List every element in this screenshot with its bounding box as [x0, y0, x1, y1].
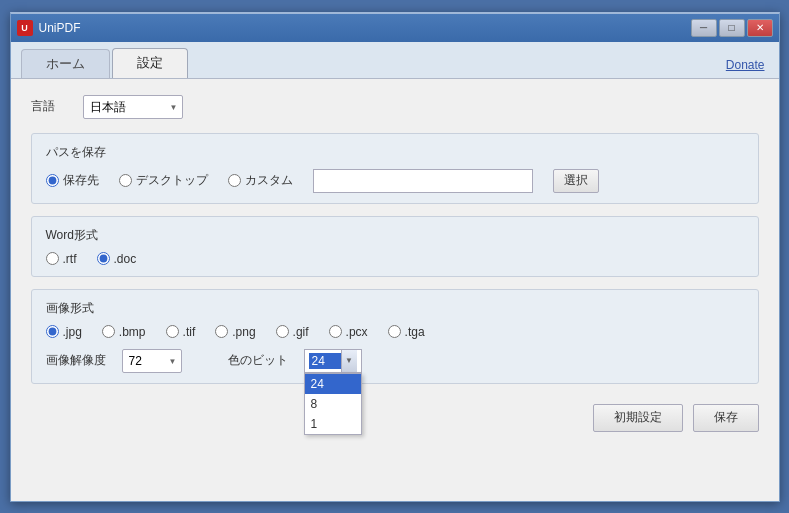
word-format-title: Word形式: [46, 227, 744, 244]
radio-custom-input[interactable]: [228, 174, 241, 187]
color-bits-arrow-icon: ▼: [341, 350, 357, 372]
radio-gif-input[interactable]: [276, 325, 289, 338]
window-title: UniPDF: [39, 21, 691, 35]
radio-tga-input[interactable]: [388, 325, 401, 338]
main-window: U UniPDF ─ □ ✕ ホーム 設定 Donate 言語 日本語 Engl…: [10, 12, 780, 502]
image-res-select[interactable]: 72 96 150 300: [122, 349, 182, 373]
radio-jpg[interactable]: .jpg: [46, 325, 82, 339]
maximize-button[interactable]: □: [719, 19, 745, 37]
save-path-radio-group: 保存先 デスクトップ カスタム 選択: [46, 169, 744, 193]
close-button[interactable]: ✕: [747, 19, 773, 37]
radio-bmp-label: .bmp: [119, 325, 146, 339]
save-path-section: パスを保存 保存先 デスクトップ カスタム 選択: [31, 133, 759, 204]
minimize-button[interactable]: ─: [691, 19, 717, 37]
radio-tga-label: .tga: [405, 325, 425, 339]
radio-tif[interactable]: .tif: [166, 325, 196, 339]
radio-jpg-label: .jpg: [63, 325, 82, 339]
radio-doc[interactable]: .doc: [97, 252, 137, 266]
radio-desktop-input[interactable]: [119, 174, 132, 187]
language-row: 言語 日本語 English 中文 한국어: [31, 95, 759, 119]
save-button[interactable]: 保存: [693, 404, 759, 432]
tab-settings[interactable]: 設定: [112, 48, 188, 78]
window-controls: ─ □ ✕: [691, 19, 773, 37]
custom-path-input[interactable]: [313, 169, 533, 193]
image-res-label: 画像解像度: [46, 352, 106, 369]
settings-content: 言語 日本語 English 中文 한국어 パスを保存 保存先: [11, 79, 779, 501]
browse-button[interactable]: 選択: [553, 169, 599, 193]
color-bits-option-1[interactable]: 1: [305, 414, 361, 434]
radio-bmp[interactable]: .bmp: [102, 325, 146, 339]
radio-rtf[interactable]: .rtf: [46, 252, 77, 266]
radio-tga[interactable]: .tga: [388, 325, 425, 339]
bottom-buttons: 初期設定 保存: [31, 396, 759, 432]
radio-gif-label: .gif: [293, 325, 309, 339]
tab-home[interactable]: ホーム: [21, 49, 110, 78]
color-bits-label: 色のビット: [228, 352, 288, 369]
word-format-radio-group: .rtf .doc: [46, 252, 744, 266]
app-icon: U: [17, 20, 33, 36]
language-label: 言語: [31, 98, 67, 115]
image-format-title: 画像形式: [46, 300, 744, 317]
language-select-wrapper: 日本語 English 中文 한국어: [83, 95, 183, 119]
color-bits-value: 24: [309, 353, 341, 369]
image-params-row: 画像解像度 72 96 150 300 色のビット 24 ▼: [46, 349, 744, 373]
color-bits-popup: 24 8 1: [304, 373, 362, 435]
radio-bmp-input[interactable]: [102, 325, 115, 338]
radio-save-dest[interactable]: 保存先: [46, 172, 99, 189]
radio-doc-input[interactable]: [97, 252, 110, 265]
word-format-section: Word形式 .rtf .doc: [31, 216, 759, 277]
radio-jpg-input[interactable]: [46, 325, 59, 338]
color-bits-dropdown[interactable]: 24 ▼ 24 8 1: [304, 349, 362, 373]
save-path-title: パスを保存: [46, 144, 744, 161]
radio-rtf-label: .rtf: [63, 252, 77, 266]
radio-custom[interactable]: カスタム: [228, 172, 293, 189]
radio-pcx-input[interactable]: [329, 325, 342, 338]
image-format-radio-group: .jpg .bmp .tif .png .gif: [46, 325, 744, 339]
radio-png-label: .png: [232, 325, 255, 339]
radio-tif-label: .tif: [183, 325, 196, 339]
language-select[interactable]: 日本語 English 中文 한국어: [83, 95, 183, 119]
color-bits-display[interactable]: 24 ▼: [304, 349, 362, 373]
radio-png[interactable]: .png: [215, 325, 255, 339]
tab-bar: ホーム 設定 Donate: [11, 42, 779, 79]
radio-png-input[interactable]: [215, 325, 228, 338]
color-bits-option-8[interactable]: 8: [305, 394, 361, 414]
radio-desktop[interactable]: デスクトップ: [119, 172, 208, 189]
title-bar: U UniPDF ─ □ ✕: [11, 14, 779, 42]
radio-custom-label: カスタム: [245, 172, 293, 189]
radio-gif[interactable]: .gif: [276, 325, 309, 339]
radio-pcx[interactable]: .pcx: [329, 325, 368, 339]
image-res-wrapper: 72 96 150 300: [122, 349, 182, 373]
radio-rtf-input[interactable]: [46, 252, 59, 265]
radio-pcx-label: .pcx: [346, 325, 368, 339]
radio-save-dest-input[interactable]: [46, 174, 59, 187]
donate-link[interactable]: Donate: [726, 58, 765, 72]
reset-button[interactable]: 初期設定: [593, 404, 683, 432]
radio-doc-label: .doc: [114, 252, 137, 266]
color-bits-option-24[interactable]: 24: [305, 374, 361, 394]
image-format-section: 画像形式 .jpg .bmp .tif .png: [31, 289, 759, 384]
radio-tif-input[interactable]: [166, 325, 179, 338]
radio-save-dest-label: 保存先: [63, 172, 99, 189]
radio-desktop-label: デスクトップ: [136, 172, 208, 189]
